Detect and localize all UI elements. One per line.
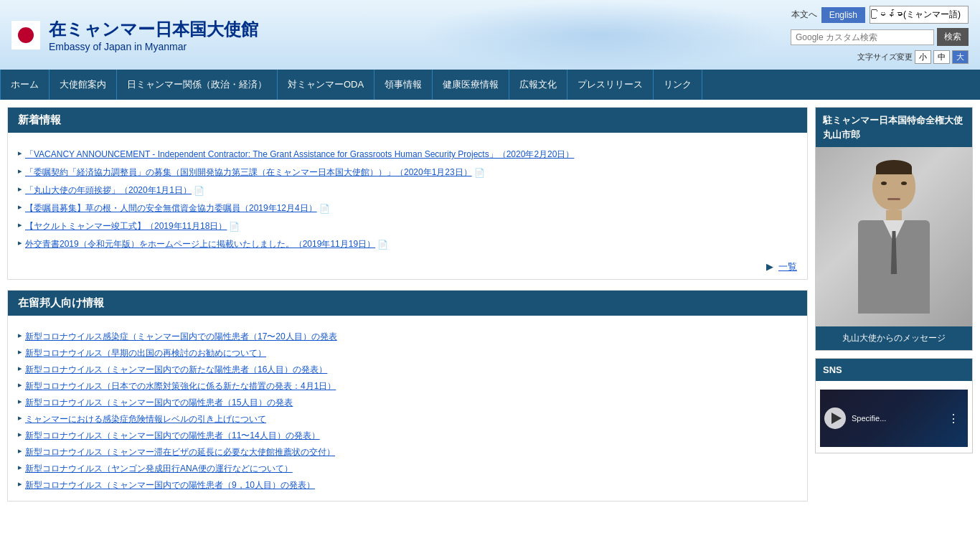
zairyuu-list-item: ▸新型コロナウイルス（ミャンマー国内での新たな陽性患者（16人目）の発表）: [18, 362, 797, 378]
font-size-label: 文字サイズ変更: [857, 52, 913, 62]
zairyuu-list-item: ▸新型コロナウイルス（ヤンゴン発成田行ANA便の運行などについて）: [18, 461, 797, 477]
document-icon: 📄: [474, 168, 484, 178]
news-arrow-icon: ▸: [18, 166, 22, 176]
zairyuu-item-link[interactable]: 新型コロナウイルス（ミャンマー滞在ビザの延長に必要な大使館推薦状の交付）: [25, 446, 335, 458]
nav-item-links[interactable]: リンク: [654, 70, 702, 100]
ambassador-photo-inner: [816, 147, 972, 326]
nav-item-pr-culture[interactable]: 広報文化: [509, 70, 567, 100]
ichiran-arrow-icon: ▶: [766, 261, 773, 272]
zairyuu-item-link[interactable]: 新型コロナウイルス（ミャンマー国内での陽性患者（15人目）の発表: [25, 397, 293, 409]
play-triangle-icon: [831, 413, 842, 424]
language-row: 本文へ English မြန်မာ(ミャンマー語): [791, 6, 969, 24]
news-list-item: ▸「委嘱契約「経済協力調整員」の募集（国別開発協力第三課（在ミャンマー日本国大使…: [18, 164, 797, 182]
ambassador-title: 駐ミャンマー日本国特命全権大使 丸山市郎: [816, 108, 972, 147]
zairyuu-item-link[interactable]: 新型コロナウイルス感染症（ミャンマー国内での陽性患者（17〜20人目）の発表: [25, 331, 337, 343]
zairyuu-section: 在留邦人向け情報 ▸新型コロナウイルス感染症（ミャンマー国内での陽性患者（17〜…: [7, 290, 808, 501]
video-thumb-inner: Specifie... ⋮: [820, 390, 968, 447]
news-item-link[interactable]: 「委嘱契約「経済協力調整員」の募集（国別開発協力第三課（在ミャンマー日本国大使館…: [25, 166, 484, 179]
news-list: ▸「VACANCY ANNOUNCEMENT - Independent Con…: [8, 140, 807, 256]
font-large-button[interactable]: 大: [952, 50, 969, 64]
zairyuu-list-item: ▸新型コロナウイルス（ミャンマー国内での陽性患者（15人目）の発表: [18, 395, 797, 411]
news-list-item: ▸【ヤクルトミャンマー竣工式】（2019年11月18日）📄: [18, 217, 797, 235]
news-list-item: ▸【委嘱員募集】草の根・人間の安全無償資金協力委嘱員（2019年12月4日）📄: [18, 199, 797, 217]
zairyuu-arrow-icon: ▸: [18, 347, 22, 357]
news-arrow-icon: ▸: [18, 238, 22, 248]
news-item-link[interactable]: 「VACANCY ANNOUNCEMENT - Independent Cont…: [25, 149, 574, 161]
header-right: 本文へ English မြန်မာ(ミャンマー語) 検索 文字サイズ変更 小 …: [791, 6, 969, 64]
ichiran-link[interactable]: 一覧: [778, 261, 797, 272]
play-button-icon: [824, 408, 846, 429]
zairyuu-arrow-icon: ▸: [18, 463, 22, 472]
zairyuu-item-link[interactable]: 新型コロナウイルス（ミャンマー国内での陽性患者（11〜14人目）の発表）: [25, 430, 320, 442]
nav-item-home[interactable]: ホーム: [0, 70, 50, 100]
news-item-link[interactable]: 【ヤクルトミャンマー竣工式】（2019年11月18日）📄: [25, 220, 239, 232]
zairyuu-arrow-icon: ▸: [18, 479, 22, 489]
honbun-link[interactable]: 本文へ: [791, 9, 817, 21]
zairyuu-item-link[interactable]: 新型コロナウイルス（ミャンマー国内での陽性患者（9，10人目）の発表）: [25, 479, 315, 491]
main-content: 新着情報 ▸「VACANCY ANNOUNCEMENT - Independen…: [7, 107, 808, 501]
nav-item-health[interactable]: 健康医療情報: [433, 70, 509, 100]
news-arrow-icon: ▸: [18, 184, 22, 194]
zairyuu-list-item: ▸新型コロナウイルス（ミャンマー国内での陽性患者（11〜14人目）の発表）: [18, 428, 797, 444]
zairyuu-item-link[interactable]: 新型コロナウイルス（早期の出国の再検討のお勧めについて）: [25, 347, 266, 359]
nav-item-oda[interactable]: 対ミャンマーODA: [278, 70, 374, 100]
font-medium-button[interactable]: 中: [933, 50, 950, 64]
zairyuu-list-item: ▸新型コロナウイルス（ミャンマー国内での陽性患者（9，10人目）の発表）: [18, 477, 797, 494]
ambassador-message-link[interactable]: 丸山大使からのメッセージ: [816, 326, 972, 350]
zairyuu-list-item: ▸新型コロナウイルス（早期の出国の再検討のお勧めについて）: [18, 345, 797, 362]
nav-item-embassy-info[interactable]: 大使館案内: [50, 70, 117, 100]
news-item-link[interactable]: 外交青書2019（令和元年版）をホームページ上に掲載いたしました。（2019年1…: [25, 238, 387, 250]
video-menu-icon[interactable]: ⋮: [948, 412, 963, 425]
news-arrow-icon: ▸: [18, 202, 22, 212]
news-item-link[interactable]: 「丸山大使の年頭挨拶」（2020年1月1日）📄: [25, 184, 204, 197]
nav-item-relations[interactable]: 日ミャンマー関係（政治・経済）: [117, 70, 278, 100]
sns-video-thumbnail[interactable]: Specifie... ⋮: [820, 390, 968, 447]
news-section-header: 新着情報: [8, 108, 807, 133]
site-title: 在ミャンマー日本国大使館 Embassy of Japan in Myanmar: [49, 18, 258, 52]
english-lang-button[interactable]: English: [821, 7, 865, 23]
zairyuu-section-header: 在留邦人向け情報: [8, 291, 807, 316]
news-list-item: ▸「VACANCY ANNOUNCEMENT - Independent Con…: [18, 146, 797, 164]
zairyuu-arrow-icon: ▸: [18, 430, 22, 439]
main-navigation: ホーム大使館案内日ミャンマー関係（政治・経済）対ミャンマーODA領事情報健康医療…: [0, 70, 980, 100]
news-list-item: ▸「丸山大使の年頭挨拶」（2020年1月1日）📄: [18, 182, 797, 199]
sns-box: SNS Specifie... ⋮: [815, 358, 973, 453]
header: 在ミャンマー日本国大使館 Embassy of Japan in Myanmar…: [0, 0, 980, 70]
zairyuu-item-link[interactable]: 新型コロナウイルス（日本での水際対策強化に係る新たな措置の発表：4月1日）: [25, 380, 336, 392]
news-arrow-icon: ▸: [18, 220, 22, 230]
document-icon: 📄: [194, 186, 204, 196]
zairyuu-arrow-icon: ▸: [18, 380, 22, 390]
header-left: 在ミャンマー日本国大使館 Embassy of Japan in Myanmar: [11, 18, 258, 52]
zairyuu-arrow-icon: ▸: [18, 397, 22, 406]
search-input[interactable]: [791, 29, 934, 45]
zairyuu-arrow-icon: ▸: [18, 446, 22, 456]
zairyuu-item-link[interactable]: 新型コロナウイルス（ミャンマー国内での新たな陽性患者（16人目）の発表）: [25, 364, 327, 376]
video-row: Specifie... ⋮: [820, 408, 968, 429]
sidebar: 駐ミャンマー日本国特命全権大使 丸山市郎: [815, 107, 973, 501]
search-row: 検索: [791, 28, 969, 46]
svg-point-1: [18, 27, 34, 43]
myanmar-lang-button[interactable]: မြန်မာ(ミャンマー語): [870, 6, 969, 24]
zairyuu-item-link[interactable]: 新型コロナウイルス（ヤンゴン発成田行ANA便の運行などについて）: [25, 463, 293, 475]
zairyuu-list-item: ▸新型コロナウイルス（日本での水際対策強化に係る新たな措置の発表：4月1日）: [18, 378, 797, 395]
sns-header: SNS: [816, 359, 972, 381]
zairyuu-arrow-icon: ▸: [18, 413, 22, 423]
font-small-button[interactable]: 小: [915, 50, 931, 64]
zairyuu-arrow-icon: ▸: [18, 331, 22, 340]
zairyuu-item-link[interactable]: ミャンマーにおける感染症危険情報レベルの引き上げについて: [25, 413, 266, 425]
news-section: 新着情報 ▸「VACANCY ANNOUNCEMENT - Independen…: [7, 107, 808, 280]
news-list-item: ▸外交青書2019（令和元年版）をホームページ上に掲載いたしました。（2019年…: [18, 235, 797, 253]
search-button[interactable]: 検索: [937, 28, 969, 46]
nav-item-consular[interactable]: 領事情報: [374, 70, 433, 100]
document-icon: 📄: [319, 204, 329, 214]
ichiran-row: ▶ 一覧: [8, 256, 807, 279]
site-title-japanese: 在ミャンマー日本国大使館: [49, 18, 258, 41]
zairyuu-list-item: ▸ミャンマーにおける感染症危険情報レベルの引き上げについて: [18, 411, 797, 428]
zairyuu-list-item: ▸新型コロナウイルス感染症（ミャンマー国内での陽性患者（17〜20人目）の発表: [18, 329, 797, 345]
zairyuu-arrow-icon: ▸: [18, 364, 22, 373]
nav-item-press[interactable]: プレスリリース: [567, 70, 654, 100]
news-item-link[interactable]: 【委嘱員募集】草の根・人間の安全無償資金協力委嘱員（2019年12月4日）📄: [25, 202, 329, 215]
ambassador-box: 駐ミャンマー日本国特命全権大使 丸山市郎: [815, 107, 973, 351]
font-size-row: 文字サイズ変更 小 中 大: [857, 50, 969, 64]
main-container: 新着情報 ▸「VACANCY ANNOUNCEMENT - Independen…: [0, 100, 980, 509]
